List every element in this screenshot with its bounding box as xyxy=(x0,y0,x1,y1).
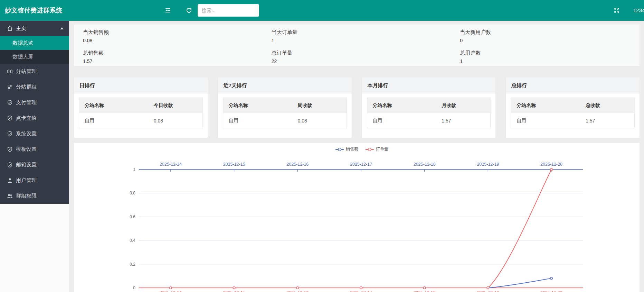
svg-text:0.8: 0.8 xyxy=(130,191,135,195)
daily-ranking-card: 日排行 分站名称 今日收款 自用 0.08 xyxy=(74,77,208,138)
svg-text:2025-12-20: 2025-12-20 xyxy=(540,162,562,167)
stat-total-users: 总用户数 1 xyxy=(451,45,640,66)
shield-check-icon xyxy=(7,100,13,106)
legend-item-orders[interactable]: 订单量 xyxy=(365,146,388,152)
sidebar-item-data-screen[interactable]: 数据大屏 xyxy=(0,50,69,64)
svg-text:1: 1 xyxy=(133,167,135,172)
refresh-icon[interactable] xyxy=(186,7,192,13)
chevron-up-icon xyxy=(60,27,64,29)
search-box xyxy=(198,4,259,17)
monthly-ranking-table: 分站名称 月收款 自用 1.57 xyxy=(367,98,491,128)
svg-text:2025-12-18: 2025-12-18 xyxy=(414,162,436,167)
svg-text:0.4: 0.4 xyxy=(130,238,135,243)
svg-text:0: 0 xyxy=(133,285,135,290)
sidebar-item-home[interactable]: 主页 xyxy=(0,21,69,36)
card-title: 近7天排行 xyxy=(218,77,352,93)
sidebar-item-system-settings[interactable]: 系统设置 xyxy=(0,126,69,142)
sliders-icon xyxy=(7,84,13,90)
users-icon xyxy=(7,193,13,199)
card-title: 日排行 xyxy=(74,77,208,93)
line-circle-marker-icon xyxy=(335,147,344,152)
sidebar-item-data-overview[interactable]: 数据总览 xyxy=(0,36,69,50)
sidebar-item-payment-manage[interactable]: 支付管理 xyxy=(0,95,69,110)
card-title: 本月排行 xyxy=(362,77,496,93)
svg-text:2025-12-20: 2025-12-20 xyxy=(540,290,562,292)
sidebar-item-group-permissions[interactable]: 群组权限 xyxy=(0,188,69,204)
rank-name-cell: 自用 xyxy=(79,113,148,128)
sales-orders-chart[interactable]: 00.20.40.60.812025-12-142025-12-152025-1… xyxy=(74,143,640,292)
svg-text:2025-12-15: 2025-12-15 xyxy=(223,290,245,292)
weekly-ranking-table: 分站名称 周收款 自用 0.08 xyxy=(223,98,347,128)
table-row[interactable]: 自用 0.08 xyxy=(223,113,347,128)
svg-text:2025-12-18: 2025-12-18 xyxy=(414,290,436,292)
stats-summary-panel: 当天销售额 0.08 当天订单量 1 当天新用户数 0 总销售额 1.57 总订… xyxy=(74,25,640,66)
sidebar-item-card-recharge[interactable]: 点卡充值 xyxy=(0,110,69,126)
stat-today-new-users: 当天新用户数 0 xyxy=(451,25,640,45)
svg-text:0.6: 0.6 xyxy=(130,215,135,219)
rank-value-header: 月收款 xyxy=(436,98,490,113)
current-username[interactable]: 12345 xyxy=(633,0,644,21)
rank-value-cell: 1.57 xyxy=(580,113,634,128)
stat-total-sales: 总销售额 1.57 xyxy=(74,45,263,66)
shield-check-icon xyxy=(7,146,13,152)
rank-name-header: 分站名称 xyxy=(367,98,436,113)
line-circle-marker-icon xyxy=(365,147,374,152)
monthly-ranking-card: 本月排行 分站名称 月收款 自用 1.57 xyxy=(362,77,496,138)
sidebar-item-email-settings[interactable]: 邮箱设置 xyxy=(0,157,69,173)
daily-ranking-table: 分站名称 今日收款 自用 0.08 xyxy=(79,98,203,128)
sidebar-item-user-manage[interactable]: 用户管理 xyxy=(0,173,69,188)
shield-check-icon xyxy=(7,115,13,121)
svg-text:2025-12-16: 2025-12-16 xyxy=(286,290,309,292)
stat-total-orders: 总订单量 22 xyxy=(263,45,451,66)
sidebar-empty-area xyxy=(0,204,69,292)
stat-today-sales: 当天销售额 0.08 xyxy=(74,25,263,45)
chart-legend: 销售额 订单量 xyxy=(335,146,388,152)
shield-check-icon xyxy=(7,131,13,137)
svg-text:2025-12-15: 2025-12-15 xyxy=(223,162,245,167)
rank-name-cell: 自用 xyxy=(511,113,580,128)
top-header-bar: 妙文馆付费进群系统 12345 xyxy=(0,0,644,21)
rank-value-cell: 1.57 xyxy=(436,113,490,128)
collapse-menu-icon[interactable] xyxy=(165,7,171,13)
weekly-ranking-card: 近7天排行 分站名称 周收款 自用 0.08 xyxy=(218,77,352,138)
card-title: 总排行 xyxy=(506,77,640,93)
sidebar-item-substation-groups[interactable]: 分站群组 xyxy=(0,79,69,95)
admin-dashboard: { "header": { "title": "妙文馆付费进群系统", "sea… xyxy=(0,0,644,292)
legend-item-sales[interactable]: 销售额 xyxy=(335,146,358,152)
shield-check-icon xyxy=(7,162,13,168)
rank-name-header: 分站名称 xyxy=(511,98,580,113)
svg-text:2025-12-14: 2025-12-14 xyxy=(160,162,182,167)
svg-text:2025-12-14: 2025-12-14 xyxy=(160,290,182,292)
svg-text:2025-12-16: 2025-12-16 xyxy=(286,162,309,167)
rank-value-cell: 0.08 xyxy=(148,113,202,128)
app-title: 妙文馆付费进群系统 xyxy=(5,0,63,21)
stat-today-orders: 当天订单量 1 xyxy=(263,25,451,45)
sales-orders-chart-panel: 00.20.40.60.812025-12-142025-12-152025-1… xyxy=(74,143,640,292)
home-icon xyxy=(7,26,13,31)
svg-text:0.2: 0.2 xyxy=(130,262,135,267)
table-row[interactable]: 自用 0.08 xyxy=(79,113,203,128)
fullscreen-icon[interactable] xyxy=(614,7,620,13)
svg-text:2025-12-19: 2025-12-19 xyxy=(477,162,499,167)
rank-name-cell: 自用 xyxy=(367,113,436,128)
sidebar-item-template-settings[interactable]: 模板设置 xyxy=(0,142,69,157)
rank-name-header: 分站名称 xyxy=(223,98,292,113)
rank-name-header: 分站名称 xyxy=(79,98,148,113)
svg-text:2025-12-19: 2025-12-19 xyxy=(477,290,499,292)
svg-text:2025-12-17: 2025-12-17 xyxy=(350,290,372,292)
rank-value-header: 周收款 xyxy=(292,98,347,113)
sidebar-nav: 主页 数据总览 数据大屏 分站管理 xyxy=(0,21,69,204)
user-icon xyxy=(7,177,13,183)
table-row[interactable]: 自用 1.57 xyxy=(367,113,491,128)
rank-value-header: 总收款 xyxy=(580,98,634,113)
ranking-cards-row: 日排行 分站名称 今日收款 自用 0.08 近7天排行 分站名称 周收款 xyxy=(74,77,640,138)
sidebar-item-substation-manage[interactable]: 分站管理 xyxy=(0,64,69,79)
rank-value-header: 今日收款 xyxy=(148,98,202,113)
search-input[interactable] xyxy=(198,4,259,17)
rank-value-cell: 0.08 xyxy=(292,113,347,128)
rank-name-cell: 自用 xyxy=(223,113,292,128)
table-row[interactable]: 自用 1.57 xyxy=(511,113,635,128)
total-ranking-table: 分站名称 总收款 自用 1.57 xyxy=(511,98,635,128)
component-icon xyxy=(7,69,13,74)
sidebar-item-label: 主页 xyxy=(16,25,26,32)
